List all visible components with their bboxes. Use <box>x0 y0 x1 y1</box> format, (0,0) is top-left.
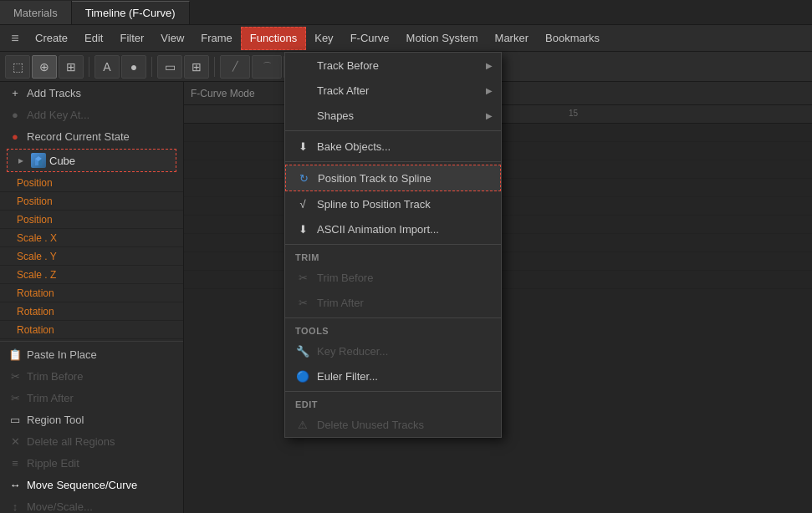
curve-btn-2[interactable]: ⌒ <box>252 55 282 79</box>
trim-after-dd-icon: ✂ <box>295 295 310 310</box>
dropdown-key-reducer: 🔧 Key Reducer... <box>285 338 501 363</box>
record-icon: ● <box>8 130 22 143</box>
euler-filter-icon: 🔵 <box>295 368 310 383</box>
cube-icon <box>31 153 46 168</box>
hamburger-icon[interactable]: ≡ <box>3 27 27 50</box>
menu-fcurve[interactable]: F-Curve <box>342 27 398 50</box>
delete-regions-item: ✕ Delete all Regions <box>0 430 183 452</box>
trim-section-label: TRIM <box>285 247 501 265</box>
ripple-icon: ≡ <box>8 456 22 470</box>
move-scale-item: ↕ Move/Scale... <box>0 495 183 513</box>
dropdown-trim-after: ✂ Trim After <box>285 290 501 315</box>
dropdown-shapes[interactable]: Shapes <box>285 103 501 128</box>
menu-bookmarks[interactable]: Bookmarks <box>537 27 608 50</box>
dropdown-bake-objects[interactable]: ⬇ Bake Objects... <box>285 134 501 159</box>
track-scale-z: Scale . Z <box>0 266 183 284</box>
menu-edit[interactable]: Edit <box>76 27 111 50</box>
move-tool-btn[interactable]: ⊕ <box>32 55 57 79</box>
dropdown-sep-3 <box>285 244 501 245</box>
trim-before-icon: ✂ <box>8 369 22 383</box>
tick-15: 15 <box>569 105 578 118</box>
menu-frame[interactable]: Frame <box>192 27 241 50</box>
euler-filter-label: Euler Filter... <box>317 370 378 383</box>
trim-before-dd-label: Trim Before <box>317 272 373 284</box>
track-rotation-3: Rotation <box>0 321 183 339</box>
region-icon: ▭ <box>8 413 22 426</box>
tab-timeline[interactable]: Timeline (F-Curve) <box>72 1 190 24</box>
track-position-x: Position <box>0 174 183 192</box>
paste-in-place-item[interactable]: 📋 Paste In Place <box>0 343 183 365</box>
key-reducer-label: Key Reducer... <box>317 345 388 358</box>
pos-track-to-spline-label: Position Track to Spline <box>318 172 432 185</box>
menu-functions[interactable]: Functions <box>241 27 306 50</box>
dropdown-sep-5 <box>285 391 501 392</box>
track-position-y: Position <box>0 192 183 211</box>
grid-tool-btn[interactable]: ⊞ <box>184 55 209 79</box>
menu-filter[interactable]: Filter <box>111 27 152 50</box>
key-icon: ● <box>8 108 22 121</box>
text-tool-btn[interactable]: A <box>94 55 120 79</box>
circle-tool-btn[interactable]: ● <box>121 55 146 79</box>
tools-section-label: TOOLS <box>285 321 501 338</box>
dropdown-euler-filter[interactable]: 🔵 Euler Filter... <box>285 363 501 389</box>
track-before-label: Track Before <box>317 59 379 72</box>
paste-icon: 📋 <box>8 348 22 361</box>
object-name-label: Cube <box>49 155 75 167</box>
track-scale-x: Scale . X <box>0 229 183 247</box>
region-tool-label: Region Tool <box>27 414 84 426</box>
ripple-edit-label: Ripple Edit <box>27 457 79 470</box>
key-reducer-icon: 🔧 <box>295 343 310 358</box>
move-sequence-label: Move Sequence/Curve <box>27 479 137 491</box>
object-row[interactable]: ▸ Cube <box>7 149 176 172</box>
sep-1 <box>0 341 183 342</box>
menu-marker[interactable]: Marker <box>487 27 537 50</box>
paste-in-place-label: Paste In Place <box>27 348 97 361</box>
menu-key[interactable]: Key <box>306 27 341 50</box>
edit-section-label: EDIT <box>285 394 501 412</box>
scale-tool-btn[interactable]: ⊞ <box>59 55 84 79</box>
object-expand-icon: ▸ <box>14 154 28 167</box>
trim-before-item: ✂ Trim Before <box>0 365 183 387</box>
add-icon: + <box>8 86 22 99</box>
add-key-at-label: Add Key At... <box>27 109 89 121</box>
dropdown-ascii-import[interactable]: ⬇ ASCII Animation Import... <box>285 216 501 241</box>
dropdown-sep-2 <box>285 161 501 162</box>
trim-after-dd-label: Trim After <box>317 297 364 309</box>
shapes-label: Shapes <box>317 109 354 122</box>
dropdown-track-after[interactable]: Track After <box>285 78 501 103</box>
trim-before-dd-icon: ✂ <box>295 270 310 285</box>
left-panel: + Add Tracks ● Add Key At... ● Record Cu… <box>0 82 184 513</box>
trim-before-label: Trim Before <box>27 370 83 383</box>
add-tracks-label: Add Tracks <box>27 87 81 99</box>
move-scale-label: Move/Scale... <box>27 500 93 513</box>
record-current-state-item[interactable]: ● Record Current State <box>0 125 183 147</box>
dropdown-track-before[interactable]: Track Before <box>285 53 501 78</box>
ascii-import-label: ASCII Animation Import... <box>317 223 439 236</box>
tab-bar: Materials Timeline (F-Curve) <box>0 0 812 25</box>
toolbar-separator-1 <box>89 57 89 77</box>
menu-motionsystem[interactable]: Motion System <box>398 27 487 50</box>
spline-pos-icon: √ <box>295 196 310 211</box>
trim-after-icon: ✂ <box>8 391 22 404</box>
menu-create[interactable]: Create <box>27 27 76 50</box>
track-before-icon <box>295 58 310 73</box>
move-sequence-item[interactable]: ↔ Move Sequence/Curve <box>0 474 183 495</box>
dropdown-pos-track-to-spline[interactable]: ↻ Position Track to Spline <box>285 165 501 191</box>
spline-to-pos-label: Spline to Position Track <box>317 198 431 211</box>
select-tool-btn[interactable]: ⬚ <box>5 55 30 79</box>
bake-objects-dd-label: Bake Objects... <box>317 140 391 153</box>
menu-view[interactable]: View <box>152 27 192 50</box>
menu-bar: ≡ Create Edit Filter View Frame Function… <box>0 25 812 52</box>
record-current-state-label: Record Current State <box>27 130 130 143</box>
dropdown-delete-unused-tracks: ⚠ Delete Unused Tracks <box>285 412 501 437</box>
tab-materials[interactable]: Materials <box>0 1 72 24</box>
dropdown-spline-to-pos[interactable]: √ Spline to Position Track <box>285 191 501 216</box>
curve-btn-1[interactable]: ╱ <box>220 55 250 79</box>
add-tracks-item[interactable]: + Add Tracks <box>0 82 183 104</box>
trim-after-item: ✂ Trim After <box>0 387 183 409</box>
track-after-label: Track After <box>317 84 369 97</box>
bake-objects-icon: ⬇ <box>295 139 310 154</box>
rect-tool-btn[interactable]: ▭ <box>157 55 182 79</box>
region-tool-item[interactable]: ▭ Region Tool <box>0 409 183 430</box>
dropdown-sep-1 <box>285 130 501 131</box>
